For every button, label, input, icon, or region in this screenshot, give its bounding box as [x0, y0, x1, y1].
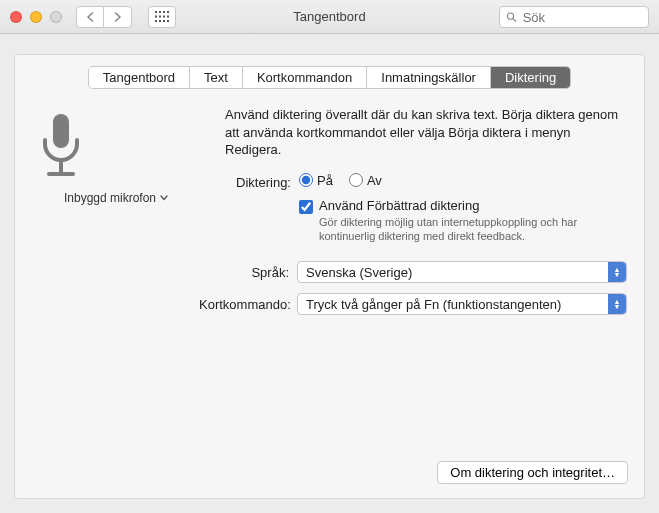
dictation-off-label: Av [367, 173, 382, 188]
language-label: Språk: [199, 265, 297, 280]
search-input[interactable] [521, 9, 642, 26]
tab-text[interactable]: Text [190, 67, 243, 88]
forward-button[interactable] [104, 6, 132, 28]
microphone-column: Inbyggd mikrofon [31, 106, 201, 325]
svg-rect-8 [155, 20, 157, 22]
svg-rect-4 [155, 16, 157, 18]
back-button[interactable] [76, 6, 104, 28]
about-dictation-privacy-button[interactable]: Om diktering och integritet… [437, 461, 628, 484]
chevron-down-icon [160, 195, 168, 201]
svg-rect-2 [163, 11, 165, 13]
search-icon [506, 11, 517, 23]
language-value: Svenska (Sverige) [306, 265, 412, 280]
microphone-label: Inbyggd mikrofon [64, 191, 156, 205]
dictation-off-radio[interactable]: Av [349, 173, 382, 188]
shortcut-label: Kortkommando: [199, 297, 297, 312]
svg-rect-14 [53, 114, 69, 148]
nav-buttons [76, 6, 132, 28]
svg-rect-5 [159, 16, 161, 18]
svg-point-12 [507, 13, 513, 19]
tab-diktering[interactable]: Diktering [491, 67, 570, 88]
microphone-icon [31, 110, 201, 180]
language-select[interactable]: Svenska (Sverige) ▲▼ [297, 261, 627, 283]
svg-rect-11 [167, 20, 169, 22]
tab-inmatningskällor[interactable]: Inmatningskällor [367, 67, 491, 88]
zoom-window-button [50, 11, 62, 23]
shortcut-select[interactable]: Tryck två gånger på Fn (funktionstangent… [297, 293, 627, 315]
microphone-selector[interactable]: Inbyggd mikrofon [64, 191, 168, 205]
svg-rect-9 [159, 20, 161, 22]
select-arrow-icon: ▲▼ [608, 262, 626, 282]
intro-text: Använd diktering överallt där du kan skr… [225, 106, 625, 159]
svg-rect-10 [163, 20, 165, 22]
svg-rect-3 [167, 11, 169, 13]
enhanced-dictation-label: Använd Förbättrad diktering [319, 198, 619, 213]
svg-rect-1 [159, 11, 161, 13]
svg-rect-7 [167, 16, 169, 18]
tab-bar: TangentbordTextKortkommandonInmatningskä… [89, 67, 570, 88]
enhanced-dictation-checkbox[interactable] [299, 200, 313, 214]
window-controls [10, 11, 62, 23]
minimize-window-button[interactable] [30, 11, 42, 23]
dictation-on-radio[interactable]: På [299, 173, 333, 188]
tab-tangentbord[interactable]: Tangentbord [89, 67, 190, 88]
titlebar: Tangentbord [0, 0, 659, 34]
svg-rect-6 [163, 16, 165, 18]
svg-rect-0 [155, 11, 157, 13]
dictation-on-input[interactable] [299, 173, 313, 187]
search-field[interactable] [499, 6, 649, 28]
dictation-on-label: På [317, 173, 333, 188]
dictation-off-input[interactable] [349, 173, 363, 187]
enhanced-dictation-description: Gör diktering möjlig utan internetuppkop… [319, 215, 619, 244]
tab-kortkommandon[interactable]: Kortkommandon [243, 67, 367, 88]
show-all-button[interactable] [148, 6, 176, 28]
shortcut-value: Tryck två gånger på Fn (funktionstangent… [306, 297, 561, 312]
preferences-panel: TangentbordTextKortkommandonInmatningskä… [14, 54, 645, 499]
close-window-button[interactable] [10, 11, 22, 23]
dictation-label: Diktering: [225, 173, 299, 190]
select-arrow-icon: ▲▼ [608, 294, 626, 314]
svg-line-13 [513, 19, 516, 22]
